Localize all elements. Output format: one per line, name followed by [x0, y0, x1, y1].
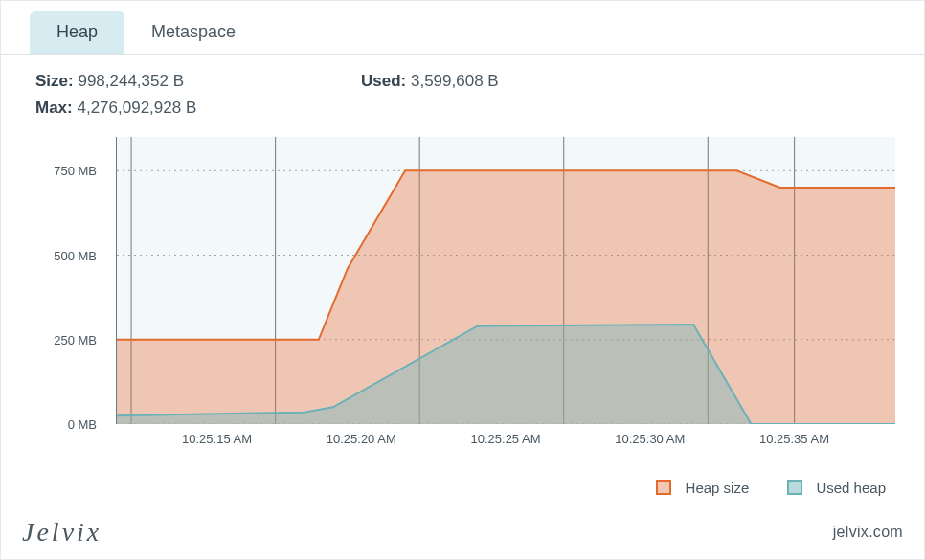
x-tick-label: 10:25:15 AM	[182, 432, 252, 446]
legend-swatch-orange	[656, 480, 671, 495]
chart: 0 MB250 MB500 MB750 MB 10:25:15 AM10:25:…	[30, 137, 895, 424]
y-axis-labels: 0 MB250 MB500 MB750 MB	[30, 137, 106, 424]
stat-max: Max: 4,276,092,928 B	[35, 99, 361, 118]
stat-used: Used: 3,599,608 B	[361, 72, 890, 91]
tab-metaspace[interactable]: Metaspace	[124, 11, 262, 54]
tabs: Heap Metaspace	[1, 1, 924, 55]
stat-max-label: Max:	[35, 99, 73, 117]
stat-size: Size: 998,244,352 B	[35, 72, 361, 91]
footer: Jelvix jelvix.com	[22, 517, 903, 548]
brand-logo: Jelvix	[22, 517, 102, 548]
x-tick-label: 10:25:30 AM	[615, 432, 685, 446]
y-tick-label: 0 MB	[68, 417, 97, 432]
y-tick-label: 250 MB	[54, 332, 97, 347]
legend-heap-size-label: Heap size	[686, 480, 750, 496]
legend-used-heap: Used heap	[787, 480, 886, 496]
legend-swatch-teal	[787, 480, 802, 495]
legend-used-heap-label: Used heap	[816, 480, 886, 496]
stat-used-label: Used:	[361, 72, 406, 90]
stat-used-value: 3,599,608 B	[411, 72, 499, 90]
tab-heap[interactable]: Heap	[30, 11, 124, 54]
legend-heap-size: Heap size	[656, 480, 749, 496]
stats-panel: Size: 998,244,352 B Used: 3,599,608 B Ma…	[1, 55, 924, 125]
data-svg	[117, 137, 895, 424]
legend: Heap size Used heap	[656, 480, 886, 496]
x-tick-label: 10:25:20 AM	[327, 432, 396, 446]
site-url: jelvix.com	[833, 524, 903, 541]
stat-size-value: 998,244,352 B	[78, 72, 184, 90]
x-axis-labels: 10:25:15 AM10:25:20 AM10:25:25 AM10:25:3…	[116, 424, 895, 453]
y-tick-label: 500 MB	[54, 248, 97, 262]
x-tick-label: 10:25:25 AM	[471, 432, 541, 446]
plot-area	[116, 137, 895, 424]
x-tick-label: 10:25:35 AM	[759, 432, 829, 446]
y-tick-label: 750 MB	[54, 164, 97, 178]
stat-max-value: 4,276,092,928 B	[77, 99, 196, 117]
stat-size-label: Size:	[35, 72, 74, 90]
